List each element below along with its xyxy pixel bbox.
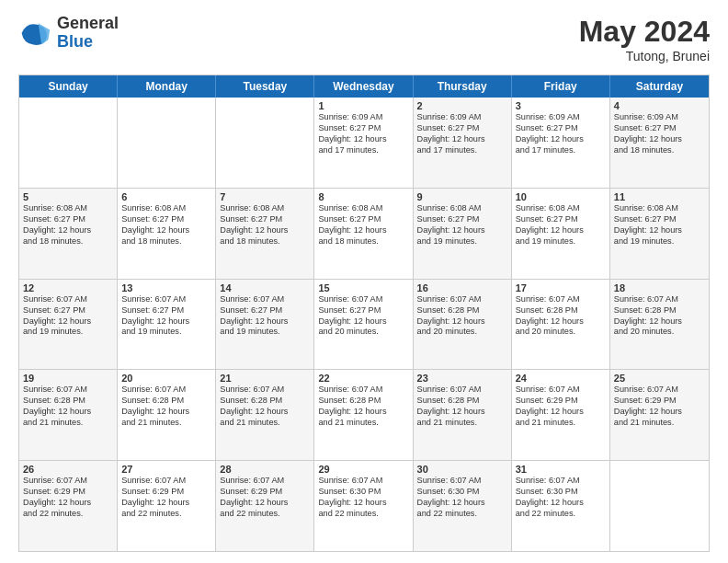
calendar-cell: 18Sunrise: 6:07 AMSunset: 6:28 PMDayligh… [610,280,709,370]
cell-line: Sunset: 6:27 PM [614,123,705,134]
cell-line: Sunrise: 6:07 AM [220,294,310,305]
cell-line: and 21 minutes. [516,418,606,429]
cell-line: Sunrise: 6:07 AM [516,294,606,305]
calendar-cell: 19Sunrise: 6:07 AMSunset: 6:28 PMDayligh… [19,370,118,460]
calendar-cell [610,461,709,551]
cell-line: Daylight: 12 hours [23,225,113,236]
calendar-cell: 11Sunrise: 6:08 AMSunset: 6:27 PMDayligh… [610,189,709,279]
calendar-cell: 29Sunrise: 6:07 AMSunset: 6:30 PMDayligh… [314,461,413,551]
cell-line: Sunrise: 6:07 AM [417,385,507,396]
cell-line: Daylight: 12 hours [23,407,113,418]
cell-line: Sunset: 6:28 PM [121,396,211,407]
calendar-cell: 4Sunrise: 6:09 AMSunset: 6:27 PMDaylight… [610,98,709,188]
logo-icon [18,17,51,50]
cell-line: and 22 minutes. [516,509,606,520]
day-number: 27 [121,464,211,475]
cell-line: Sunrise: 6:07 AM [23,385,113,396]
cell-line: and 19 minutes. [516,236,606,247]
day-number: 8 [318,191,408,202]
cell-line: Sunrise: 6:07 AM [318,294,408,305]
cell-line: and 18 minutes. [318,236,408,247]
cell-line: Sunset: 6:28 PM [516,305,606,316]
cell-line: and 17 minutes. [417,145,507,156]
calendar-header-cell: Friday [512,75,610,98]
day-number: 28 [220,464,310,475]
day-number: 24 [516,373,606,384]
cell-line: Sunset: 6:29 PM [23,487,113,498]
cell-line: Daylight: 12 hours [318,498,408,509]
day-number: 12 [23,282,113,293]
cell-line: Daylight: 12 hours [417,498,507,509]
cell-line: Sunset: 6:29 PM [121,487,211,498]
calendar-cell: 12Sunrise: 6:07 AMSunset: 6:27 PMDayligh… [19,280,118,370]
cell-line: Daylight: 12 hours [220,316,310,327]
cell-line: Sunrise: 6:07 AM [516,385,606,396]
calendar-cell [216,98,314,188]
day-number: 7 [220,191,310,202]
cell-line: Daylight: 12 hours [220,407,310,418]
calendar-cell: 5Sunrise: 6:08 AMSunset: 6:27 PMDaylight… [19,189,118,279]
cell-line: Daylight: 12 hours [121,225,211,236]
cell-line: Daylight: 12 hours [318,134,408,145]
cell-line: Sunrise: 6:07 AM [220,385,310,396]
cell-line: and 22 minutes. [417,509,507,520]
page: General Blue May 2024 Tutong, Brunei Sun… [0,0,728,563]
cell-line: and 18 minutes. [220,236,310,247]
cell-line: Daylight: 12 hours [121,498,211,509]
calendar-cell [118,98,216,188]
cell-line: Daylight: 12 hours [417,134,507,145]
calendar-body: 1Sunrise: 6:09 AMSunset: 6:27 PMDaylight… [19,98,709,551]
day-number: 11 [614,191,705,202]
cell-line: and 19 minutes. [121,327,211,338]
cell-line: Sunrise: 6:07 AM [516,476,606,487]
calendar-cell: 23Sunrise: 6:07 AMSunset: 6:28 PMDayligh… [414,370,512,460]
cell-line: and 22 minutes. [318,509,408,520]
calendar-cell: 6Sunrise: 6:08 AMSunset: 6:27 PMDaylight… [118,189,216,279]
logo-text: General Blue [57,15,119,52]
day-number: 14 [220,282,310,293]
calendar-cell: 9Sunrise: 6:08 AMSunset: 6:27 PMDaylight… [414,189,512,279]
cell-line: Daylight: 12 hours [614,225,705,236]
cell-line: Sunset: 6:28 PM [614,305,705,316]
calendar-row: 1Sunrise: 6:09 AMSunset: 6:27 PMDaylight… [19,98,709,189]
logo: General Blue [18,15,119,52]
logo-general: General [57,15,119,33]
calendar-cell [19,98,118,188]
cell-line: and 20 minutes. [614,327,705,338]
cell-line: Sunset: 6:27 PM [614,214,705,225]
cell-line: Sunrise: 6:08 AM [614,203,705,214]
cell-line: Sunset: 6:27 PM [417,123,507,134]
calendar-row: 26Sunrise: 6:07 AMSunset: 6:29 PMDayligh… [19,461,709,551]
cell-line: Sunset: 6:27 PM [121,305,211,316]
cell-line: and 22 minutes. [220,509,310,520]
day-number: 26 [23,464,113,475]
calendar-cell: 16Sunrise: 6:07 AMSunset: 6:28 PMDayligh… [414,280,512,370]
calendar-cell: 17Sunrise: 6:07 AMSunset: 6:28 PMDayligh… [512,280,610,370]
cell-line: Daylight: 12 hours [417,407,507,418]
cell-line: and 18 minutes. [121,236,211,247]
cell-line: Daylight: 12 hours [23,316,113,327]
cell-line: and 19 minutes. [23,327,113,338]
calendar-cell: 10Sunrise: 6:08 AMSunset: 6:27 PMDayligh… [512,189,610,279]
calendar-cell: 28Sunrise: 6:07 AMSunset: 6:29 PMDayligh… [216,461,314,551]
header: General Blue May 2024 Tutong, Brunei [18,15,710,63]
cell-line: Daylight: 12 hours [614,316,705,327]
cell-line: Sunrise: 6:07 AM [614,294,705,305]
cell-line: Sunrise: 6:09 AM [614,112,705,123]
cell-line: Daylight: 12 hours [23,498,113,509]
cell-line: Daylight: 12 hours [516,498,606,509]
cell-line: Sunrise: 6:07 AM [23,294,113,305]
day-number: 21 [220,373,310,384]
cell-line: and 21 minutes. [121,418,211,429]
calendar: SundayMondayTuesdayWednesdayThursdayFrid… [18,75,710,552]
day-number: 29 [318,464,408,475]
calendar-cell: 20Sunrise: 6:07 AMSunset: 6:28 PMDayligh… [118,370,216,460]
month-title: May 2024 [579,15,710,49]
cell-line: Sunset: 6:29 PM [220,487,310,498]
cell-line: Daylight: 12 hours [516,134,606,145]
calendar-cell: 14Sunrise: 6:07 AMSunset: 6:27 PMDayligh… [216,280,314,370]
cell-line: Sunset: 6:27 PM [220,305,310,316]
title-area: May 2024 Tutong, Brunei [579,15,710,63]
calendar-cell: 31Sunrise: 6:07 AMSunset: 6:30 PMDayligh… [512,461,610,551]
logo-blue: Blue [57,33,119,52]
